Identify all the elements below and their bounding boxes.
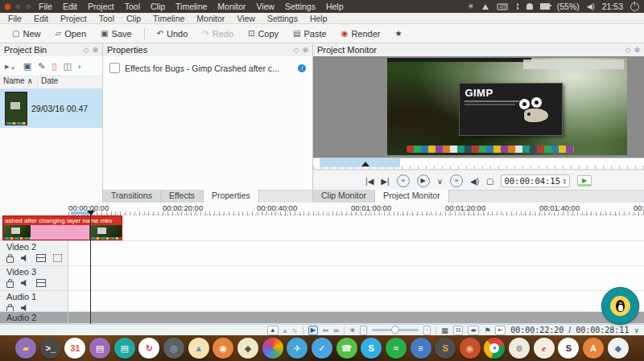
- dock-icon[interactable]: ☎: [336, 338, 357, 359]
- monitor-zone[interactable]: [320, 158, 400, 167]
- float-panel-icon[interactable]: ◇: [625, 46, 631, 54]
- menu-item[interactable]: File: [8, 14, 22, 23]
- close-panel-icon[interactable]: ⊗: [634, 46, 640, 54]
- info-icon[interactable]: i: [298, 64, 306, 72]
- dock-icon[interactable]: ▰: [15, 338, 36, 359]
- track-header[interactable]: Audio 1: [0, 291, 68, 312]
- monitor-timecode-box[interactable]: 00:00:04:15 ▲▼: [501, 174, 570, 187]
- effect-enable-checkbox[interactable]: [109, 63, 120, 73]
- bin-clip-row[interactable]: 29/03/16 00.47: [0, 89, 102, 128]
- toolbar-button[interactable]: ◉ Render: [336, 27, 386, 40]
- menu-item[interactable]: Timeline: [153, 14, 184, 23]
- monitor-tab[interactable]: Clip Monitor: [313, 190, 375, 203]
- toolbar-button[interactable]: ⊡ Copy: [242, 27, 284, 40]
- dock-icon[interactable]: ≡: [411, 338, 431, 359]
- dock-icon[interactable]: ▤: [89, 338, 110, 359]
- monitor-video-area[interactable]: GIMP: [313, 56, 644, 158]
- dock-icon[interactable]: ↻: [138, 338, 159, 359]
- dock-icon[interactable]: ⊚: [509, 338, 530, 359]
- toolbar-button[interactable]: ↶ Undo: [151, 27, 194, 40]
- global-menu-item[interactable]: Project: [88, 2, 114, 11]
- dock-icon[interactable]: 31: [64, 338, 85, 359]
- statusbar-icon[interactable]: ∿: [291, 326, 298, 334]
- bin-tool-icon[interactable]: ▸⌄: [5, 61, 17, 72]
- track-header[interactable]: Audio 2: [0, 312, 68, 324]
- toolbar-button[interactable]: ▤ Paste: [287, 27, 332, 40]
- dock-icon[interactable]: ≈: [386, 338, 407, 359]
- zoom-slider-handle[interactable]: [391, 326, 399, 334]
- float-panel-icon[interactable]: ◇: [84, 46, 89, 54]
- hide-video-icon[interactable]: [36, 279, 46, 287]
- power-icon[interactable]: [630, 2, 639, 11]
- playhead-line[interactable]: [90, 211, 91, 324]
- clock[interactable]: 21:53: [602, 2, 623, 11]
- monitor-control-button[interactable]: |◀: [365, 177, 374, 186]
- mute-icon[interactable]: [21, 255, 29, 262]
- global-menu-item[interactable]: Settings: [285, 2, 316, 11]
- dock-icon[interactable]: ▲: [188, 338, 209, 359]
- track-lane[interactable]: [68, 312, 644, 324]
- composite-icon[interactable]: [53, 254, 62, 262]
- statusbar-icon[interactable]: [436, 326, 436, 334]
- menu-item[interactable]: Project: [60, 14, 87, 23]
- panel-tab[interactable]: Properties: [204, 190, 259, 203]
- statusbar-icon[interactable]: ▫: [360, 326, 367, 335]
- monitor-control-button[interactable]: ∨: [437, 177, 443, 186]
- statusbar-icon[interactable]: [344, 326, 345, 334]
- statusbar-icon[interactable]: [303, 326, 303, 334]
- toolbar-button[interactable]: [144, 28, 145, 39]
- dock-icon[interactable]: ▤: [114, 338, 135, 359]
- close-panel-icon[interactable]: ⊗: [92, 46, 98, 54]
- timeline-ruler[interactable]: 00:00:00:0000:00:20:0000:00:40:0000:01:0…: [0, 203, 644, 216]
- statusbar-icon[interactable]: ⚑: [484, 326, 490, 334]
- statusbar-icon[interactable]: ◂▸: [468, 326, 479, 335]
- bin-tool-icon[interactable]: ▣: [23, 61, 31, 72]
- close-window-button[interactable]: [4, 3, 11, 10]
- statusbar-icon[interactable]: ✳: [349, 326, 356, 334]
- close-panel-icon[interactable]: ⊗: [302, 46, 308, 54]
- panel-tab[interactable]: Transitions: [103, 190, 161, 203]
- mute-icon[interactable]: [21, 305, 29, 312]
- track-header[interactable]: Video 2: [0, 241, 68, 266]
- dock-icon[interactable]: S: [361, 338, 382, 359]
- play-zone-button[interactable]: ▶: [577, 175, 592, 187]
- chevron-down-icon[interactable]: ∨: [634, 326, 639, 334]
- bin-tool-icon[interactable]: ▯: [52, 61, 56, 72]
- statusbar-icon[interactable]: ⇤: [495, 326, 506, 335]
- menu-item[interactable]: Clip: [126, 14, 141, 23]
- monitor-tab[interactable]: Project Monitor: [375, 190, 449, 203]
- keyboard-layout-indicator[interactable]: En: [497, 3, 508, 10]
- track-lane[interactable]: [68, 241, 644, 266]
- statusbar-icon[interactable]: ▲: [267, 326, 279, 335]
- dock-icon[interactable]: ✈: [287, 338, 308, 359]
- wifi-icon[interactable]: [481, 3, 489, 10]
- global-menu-item[interactable]: Timeline: [175, 2, 207, 11]
- float-panel-icon[interactable]: ◇: [294, 46, 299, 54]
- statusbar-icon[interactable]: ▴: [283, 326, 287, 334]
- toolbar-button[interactable]: ▣ Save: [95, 27, 138, 40]
- track-lane[interactable]: [68, 291, 644, 312]
- bin-tool-icon[interactable]: ◫: [63, 61, 71, 72]
- statusbar-icon[interactable]: ∞: [333, 326, 338, 334]
- battery-icon[interactable]: [540, 3, 550, 10]
- global-menu-item[interactable]: File: [39, 2, 52, 11]
- dock-icon[interactable]: >_: [40, 338, 61, 359]
- global-menu-item[interactable]: Help: [326, 2, 344, 11]
- effect-label[interactable]: Effects for Bugs - Gimp Crashed after c.…: [125, 64, 293, 73]
- global-menu-item[interactable]: Edit: [63, 2, 77, 11]
- timeline-clip[interactable]: ashed after changing layer name.mkv: [2, 215, 122, 240]
- menu-item[interactable]: Help: [310, 14, 328, 23]
- timecode-spinner[interactable]: ▲▼: [563, 178, 567, 184]
- bluetooth-icon[interactable]: [515, 3, 519, 10]
- panel-splitter[interactable]: [312, 43, 313, 203]
- monitor-control-button[interactable]: ▶|: [381, 177, 389, 186]
- minimize-window-button[interactable]: [14, 3, 22, 10]
- dock-icon[interactable]: ◉: [213, 338, 233, 359]
- dock-icon[interactable]: e: [534, 338, 555, 359]
- toolbar-button[interactable]: ↷ Redo: [196, 27, 239, 40]
- track-lanes[interactable]: [68, 215, 644, 324]
- indicator-icon[interactable]: ✳: [468, 2, 474, 10]
- statusbar-icon[interactable]: ▫: [423, 326, 431, 335]
- track-header[interactable]: Video 3: [0, 266, 68, 291]
- dock-icon[interactable]: ◆: [237, 338, 258, 359]
